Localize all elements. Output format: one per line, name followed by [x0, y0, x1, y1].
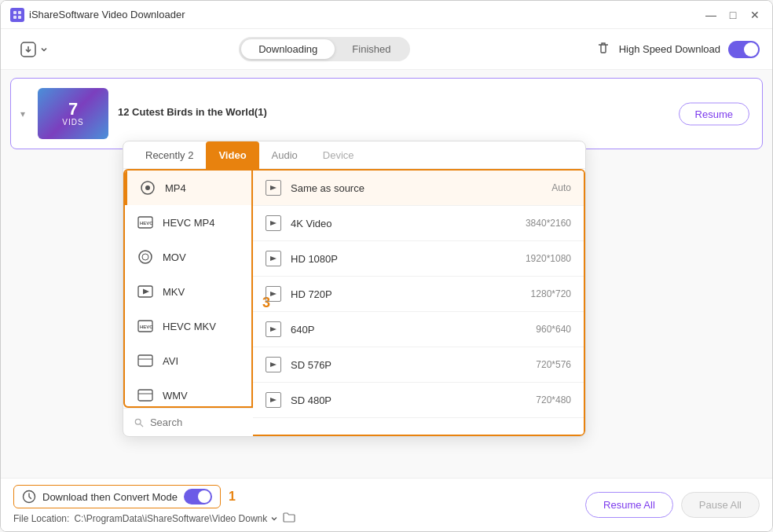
mp4-icon: [138, 178, 157, 197]
res-name-1080p: HD 1080P: [291, 253, 499, 265]
res-icon-720p: [266, 286, 281, 302]
format-item-wmv[interactable]: WMV: [125, 378, 251, 408]
res-icon-4k: [266, 215, 281, 231]
collapse-arrow[interactable]: ▾: [20, 108, 25, 119]
res-icon-640p: [266, 321, 281, 337]
open-folder-icon[interactable]: [283, 512, 295, 525]
svg-rect-1: [18, 11, 21, 14]
res-size-1080p: 1920*1080: [508, 253, 571, 264]
format-item-mkv[interactable]: MKV: [125, 274, 251, 309]
minimize-button[interactable]: —: [703, 7, 719, 23]
res-icon-480p: [266, 392, 281, 408]
bottom-right: Resume All Pause All: [585, 492, 760, 518]
svg-text:HEVC: HEVC: [140, 221, 153, 226]
svg-marker-24: [270, 256, 277, 261]
res-item-1080p[interactable]: HD 1080P 1920*1080: [253, 241, 584, 277]
clock-icon: [22, 490, 36, 504]
mov-icon: [136, 248, 155, 266]
svg-marker-13: [143, 289, 149, 295]
avi-icon: [136, 351, 155, 370]
high-speed-toggle[interactable]: [728, 41, 760, 58]
pause-all-button: Pause All: [681, 492, 760, 518]
high-speed-label: High Speed Download: [619, 43, 720, 55]
thumb-label: VIDS: [62, 118, 83, 127]
mp4-label: MP4: [165, 182, 186, 194]
dropdown-arrow-icon[interactable]: [270, 515, 278, 523]
chevron-down-icon: [40, 46, 48, 53]
wmv-label: WMV: [163, 390, 188, 402]
res-item-640p[interactable]: 640P 960*640: [253, 312, 584, 347]
titlebar: iShareSoftware Video Downloader — □ ✕: [1, 1, 772, 29]
format-item-hevc-mkv[interactable]: HEVC HEVC MKV: [125, 309, 251, 343]
svg-marker-27: [270, 362, 277, 367]
svg-point-20: [135, 419, 141, 424]
file-path: C:\ProgramData\iShareSoftware\Video Down…: [74, 513, 278, 524]
titlebar-controls: — □ ✕: [703, 7, 763, 23]
res-item-4k[interactable]: 4K Video 3840*2160: [253, 206, 584, 241]
svg-marker-28: [270, 398, 277, 402]
tab-device[interactable]: Device: [310, 141, 367, 169]
hevc-mkv-label: HEVC MKV: [163, 321, 216, 332]
format-picker-tabs: Recently 2 Video Audio Device: [123, 141, 585, 169]
res-icon: [266, 180, 281, 196]
res-size-same: Auto: [508, 182, 571, 193]
thumb-count: 7: [68, 101, 78, 118]
video-card: ▾ 7 VIDS 12 Cutest Birds in the World(1)…: [10, 78, 763, 149]
res-item-same-source[interactable]: Same as source Auto: [253, 171, 584, 206]
res-item-576p[interactable]: SD 576P 720*576: [253, 347, 584, 383]
format-item-mov[interactable]: MOV: [125, 240, 251, 274]
tab-recently[interactable]: Recently 2: [133, 141, 206, 169]
convert-mode-toggle[interactable]: [184, 489, 212, 504]
tab-audio[interactable]: Audio: [259, 141, 310, 169]
convert-mode-row: Download then Convert Mode: [13, 485, 221, 508]
tab-video[interactable]: Video: [206, 141, 258, 169]
hevc-mp4-label: HEVC MP4: [163, 217, 214, 229]
res-size-640p: 960*640: [508, 324, 571, 335]
finished-tab[interactable]: Finished: [335, 39, 408, 59]
resolution-list: Same as source Auto 4K Video 3840*2160: [253, 169, 585, 436]
format-search: [123, 408, 253, 436]
video-thumbnail: 7 VIDS: [38, 88, 108, 139]
format-item-hevc-mp4[interactable]: HEVC HEVC MP4: [125, 205, 251, 240]
maximize-button[interactable]: □: [725, 7, 741, 23]
svg-marker-22: [270, 185, 277, 190]
res-name-720p: HD 720P: [291, 288, 499, 300]
format-picker-body: MP4 HEVC HEVC MP4: [123, 169, 585, 436]
hevc-mp4-icon: HEVC: [136, 213, 155, 232]
res-size-576p: 720*576: [508, 359, 571, 370]
wmv-icon: [136, 386, 155, 405]
res-name-same: Same as source: [291, 182, 499, 194]
mov-label: MOV: [163, 251, 186, 263]
file-location-row: File Location: C:\ProgramData\iShareSoft…: [13, 512, 295, 525]
res-size-480p: 720*480: [508, 394, 571, 405]
toolbar-left: [13, 36, 54, 63]
format-item-avi[interactable]: AVI: [125, 343, 251, 378]
close-button[interactable]: ✕: [747, 7, 763, 23]
res-name-4k: 4K Video: [291, 218, 499, 229]
svg-point-10: [139, 251, 152, 263]
format-item-mp4[interactable]: MP4: [125, 171, 251, 205]
res-size-4k: 3840*2160: [508, 218, 571, 229]
format-search-input[interactable]: [150, 416, 242, 428]
add-download-button[interactable]: [13, 36, 54, 63]
main-content: ▾ 7 VIDS 12 Cutest Birds in the World(1)…: [1, 70, 772, 478]
downloading-tab[interactable]: Downloading: [241, 39, 335, 59]
resume-all-button[interactable]: Resume All: [585, 492, 673, 518]
bottom-left: Download then Convert Mode 1 File Locati…: [13, 485, 295, 525]
trash-icon[interactable]: [595, 40, 611, 59]
res-item-720p[interactable]: HD 720P 1280*720: [253, 277, 584, 312]
svg-rect-3: [18, 16, 21, 19]
res-item-480p[interactable]: SD 480P 720*480: [253, 383, 584, 418]
toolbar: Downloading Finished High Speed Download: [1, 29, 772, 70]
res-name-576p: SD 576P: [291, 359, 499, 371]
svg-point-11: [142, 254, 148, 260]
svg-text:HEVC: HEVC: [140, 325, 153, 329]
search-icon: [134, 417, 144, 428]
svg-marker-26: [270, 327, 277, 332]
resume-button[interactable]: Resume: [679, 102, 749, 125]
svg-marker-23: [270, 221, 277, 226]
format-list: MP4 HEVC HEVC MP4: [123, 169, 253, 408]
svg-rect-16: [138, 355, 152, 366]
res-icon-1080p: [266, 251, 281, 266]
svg-marker-25: [270, 292, 277, 296]
